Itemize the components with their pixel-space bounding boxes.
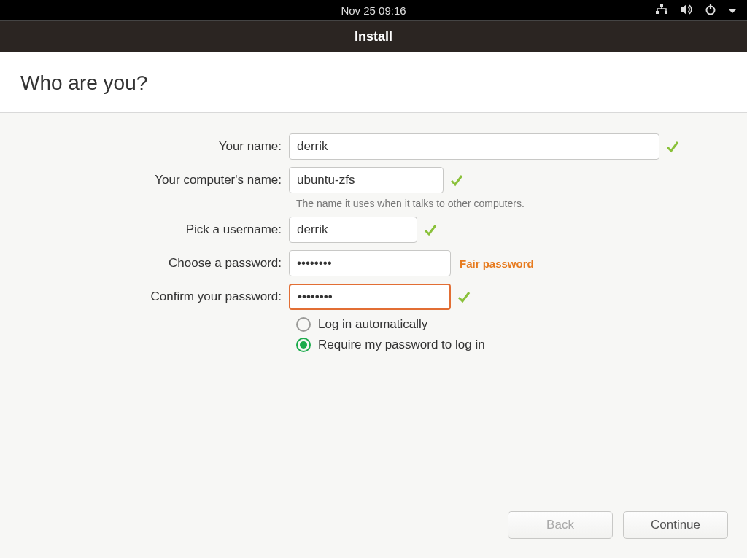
computer-name-hint: The name it uses when it talks to other … xyxy=(296,198,747,209)
checkmark-icon xyxy=(457,289,471,304)
installer-page: Who are you? Your name: Your computer's … xyxy=(0,52,747,560)
dialog-footer: Back Continue xyxy=(508,511,728,539)
volume-icon[interactable] xyxy=(680,4,693,18)
password-input[interactable] xyxy=(289,250,451,276)
power-icon[interactable] xyxy=(705,4,716,18)
auto-login-radio[interactable]: Log in automatically xyxy=(296,317,747,332)
computer-name-label: Your computer's name: xyxy=(0,173,289,187)
username-input[interactable] xyxy=(289,217,417,243)
page-title: Who are you? xyxy=(20,71,727,95)
dropdown-caret-icon[interactable] xyxy=(728,4,737,17)
password-strength: Fair password xyxy=(460,257,534,270)
password-label: Choose a password: xyxy=(0,256,289,271)
clock: Nov 25 09:16 xyxy=(341,4,406,17)
confirm-password-input[interactable] xyxy=(289,284,451,310)
login-options: Log in automatically Require my password… xyxy=(296,317,747,352)
username-label: Pick a username: xyxy=(0,222,289,237)
system-tray xyxy=(655,0,737,20)
computer-name-input[interactable] xyxy=(289,167,444,193)
your-name-label: Your name: xyxy=(0,139,289,154)
checkmark-icon xyxy=(449,173,464,187)
back-button[interactable]: Back xyxy=(508,511,613,539)
network-icon[interactable] xyxy=(655,4,668,18)
form-area: Your name: Your computer's name: The nam… xyxy=(0,113,747,558)
svg-rect-0 xyxy=(660,4,663,7)
svg-rect-1 xyxy=(656,11,659,14)
top-menu-bar: Nov 25 09:16 xyxy=(0,0,747,20)
window-title: Install xyxy=(355,29,392,44)
your-name-input[interactable] xyxy=(289,133,659,160)
page-header: Who are you? xyxy=(0,52,747,113)
checkmark-icon xyxy=(423,222,438,237)
require-password-radio[interactable]: Require my password to log in xyxy=(296,338,747,352)
checkmark-icon xyxy=(665,139,680,154)
confirm-password-label: Confirm your password: xyxy=(0,289,289,304)
auto-login-label: Log in automatically xyxy=(318,317,427,332)
require-password-label: Require my password to log in xyxy=(318,338,485,352)
continue-button[interactable]: Continue xyxy=(623,511,728,539)
window-titlebar: Install xyxy=(0,20,747,52)
svg-rect-2 xyxy=(665,11,667,14)
